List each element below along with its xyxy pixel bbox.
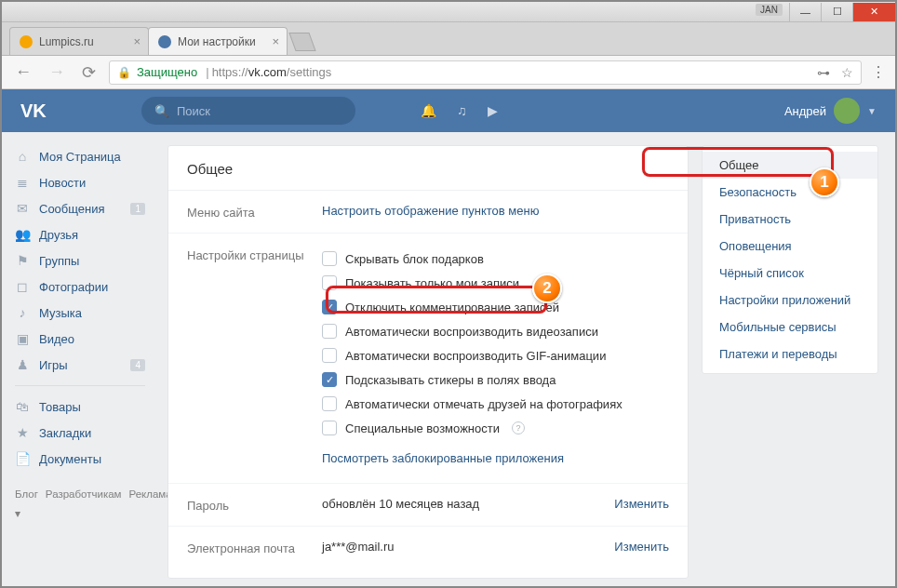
checkbox-row: Специальные возможности? <box>322 416 669 440</box>
tab-close-icon[interactable]: × <box>272 34 279 48</box>
new-tab-button[interactable] <box>288 33 315 51</box>
checkbox-row: ✓Подсказывать стикеры в полях ввода <box>322 368 669 392</box>
change-email-link[interactable]: Изменить <box>614 540 669 554</box>
nav-label: Музыка <box>39 306 82 320</box>
browser-tab-lumpics[interactable]: Lumpics.ru × <box>9 27 149 55</box>
checkbox[interactable]: ✓ <box>322 300 337 314</box>
checkbox-label: Автоматически воспроизводить видеозаписи <box>345 325 598 339</box>
browser-menu-icon[interactable]: ⋮ <box>871 63 886 81</box>
tab-title: Lumpics.ru <box>39 35 94 48</box>
nav-item[interactable]: ▣Видео <box>15 326 154 352</box>
side-menu-item[interactable]: Платежи и переводы <box>703 341 877 368</box>
checkbox-label: Отключить комментирование записей <box>345 301 559 314</box>
bookmark-icon[interactable]: ☆ <box>841 65 853 80</box>
settings-row-email: Электронная почта ja***@mail.ru Изменить <box>168 527 688 568</box>
window-maximize-button[interactable]: ☐ <box>821 3 852 21</box>
checkbox-row: Автоматически воспроизводить GIF-анимаци… <box>322 343 669 368</box>
nav-item[interactable]: ⌂Моя Страница <box>15 143 154 169</box>
address-bar[interactable]: 🔒 Защищено | https://vk.com/settings ⊶ ☆ <box>109 60 862 85</box>
url-scheme: https:// <box>212 65 248 79</box>
footer-link[interactable]: Блог <box>15 488 38 500</box>
row-label: Электронная почта <box>187 540 322 555</box>
nav-label: Друзья <box>39 228 78 242</box>
checkbox[interactable] <box>322 251 337 266</box>
vk-search-input[interactable]: 🔍 Поиск <box>141 97 355 125</box>
vk-username: Андрей <box>784 104 826 118</box>
side-menu-item[interactable]: Приватность <box>703 206 877 233</box>
window-titlebar: JAN — ☐ ✕ <box>2 2 895 22</box>
checkbox[interactable] <box>322 324 337 339</box>
checkbox[interactable] <box>322 348 337 363</box>
checkbox[interactable] <box>322 275 337 290</box>
checkbox-label: Показывать только мои записи <box>345 276 519 290</box>
footer-link[interactable]: Разработчикам <box>46 488 122 500</box>
os-user-badge: JAN <box>756 4 783 16</box>
play-icon[interactable]: ▶ <box>488 103 498 118</box>
nav-icon: ✉ <box>15 201 30 216</box>
side-menu-item[interactable]: Оповещения <box>703 233 877 260</box>
nav-badge: 4 <box>130 359 145 371</box>
configure-menu-link[interactable]: Настроить отображение пунктов меню <box>322 204 539 218</box>
nav-item[interactable]: ★Закладки <box>15 420 154 446</box>
nav-item[interactable]: 🛍Товары <box>15 394 154 420</box>
side-menu-item[interactable]: Чёрный список <box>703 260 877 287</box>
blocked-apps-link[interactable]: Посмотреть заблокированные приложения <box>322 451 564 465</box>
change-password-link[interactable]: Изменить <box>614 497 669 511</box>
nav-reload-icon[interactable]: ⟳ <box>78 62 100 83</box>
nav-item[interactable]: ♪Музыка <box>15 300 154 326</box>
nav-icon: ⌂ <box>15 149 30 164</box>
settings-row-password: Пароль обновлён 10 месяцев назад Изменит… <box>168 484 688 527</box>
nav-label: Новости <box>39 176 86 190</box>
nav-icon: ♟ <box>15 357 30 372</box>
nav-item[interactable]: ♟Игры4 <box>15 352 154 378</box>
checkbox-label: Автоматически отмечать друзей на фотогра… <box>345 397 623 411</box>
nav-icon: ≣ <box>15 175 30 190</box>
save-password-icon[interactable]: ⊶ <box>817 65 830 80</box>
side-menu-item[interactable]: Безопасность <box>703 179 877 206</box>
nav-icon: 🛍 <box>15 399 30 414</box>
vk-logo[interactable]: VK <box>20 100 141 122</box>
checkbox-row: Автоматически воспроизводить видеозаписи <box>322 319 669 343</box>
settings-title: Общее <box>168 146 688 191</box>
nav-label: Группы <box>39 254 79 268</box>
nav-back-icon[interactable]: ← <box>11 62 35 82</box>
window-close-button[interactable]: ✕ <box>852 3 895 21</box>
callout-2: 2 <box>532 274 562 303</box>
settings-side-menu: ОбщееБезопасностьПриватностьОповещенияЧё… <box>702 145 878 374</box>
browser-tab-vk-settings[interactable]: Мои настройки × <box>148 27 288 55</box>
url-path: /settings <box>287 65 331 79</box>
nav-item[interactable]: ≣Новости <box>15 169 154 195</box>
notifications-icon[interactable]: 🔔 <box>421 103 436 118</box>
password-value: обновлён 10 месяцев назад <box>322 497 614 511</box>
checkbox-label: Специальные возможности <box>345 421 500 435</box>
row-label: Меню сайта <box>187 204 322 220</box>
favicon-icon <box>158 35 171 48</box>
nav-icon: ▣ <box>15 331 30 346</box>
nav-item[interactable]: ✉Сообщения1 <box>15 195 154 221</box>
search-icon: 🔍 <box>154 104 169 118</box>
nav-item[interactable]: 📄Документы <box>15 446 154 472</box>
nav-item[interactable]: ◻Фотографии <box>15 274 154 300</box>
row-label: Настройки страницы <box>187 247 322 262</box>
nav-forward-icon: → <box>45 62 69 82</box>
side-menu-item[interactable]: Настройки приложений <box>703 287 877 314</box>
tab-title: Мои настройки <box>178 35 256 48</box>
side-menu-item[interactable]: Мобильные сервисы <box>703 314 877 341</box>
window-minimize-button[interactable]: — <box>789 3 821 21</box>
nav-item[interactable]: ⚑Группы <box>15 247 154 274</box>
checkbox[interactable] <box>322 421 337 435</box>
checkbox[interactable]: ✓ <box>322 372 337 387</box>
chevron-down-icon: ▼ <box>867 106 877 116</box>
nav-label: Документы <box>39 452 101 466</box>
music-icon[interactable]: ♫ <box>457 103 467 118</box>
help-icon[interactable]: ? <box>512 421 525 434</box>
nav-label: Игры <box>39 358 68 372</box>
tab-close-icon[interactable]: × <box>133 34 141 48</box>
checkbox-row: Скрывать блок подарков <box>322 247 669 271</box>
vk-user-menu[interactable]: Андрей ▼ <box>784 98 877 124</box>
checkbox[interactable] <box>322 396 337 411</box>
side-menu-item[interactable]: Общее <box>703 152 877 179</box>
avatar <box>834 98 860 124</box>
nav-item[interactable]: 👥Друзья <box>15 221 154 247</box>
nav-separator <box>15 385 145 386</box>
